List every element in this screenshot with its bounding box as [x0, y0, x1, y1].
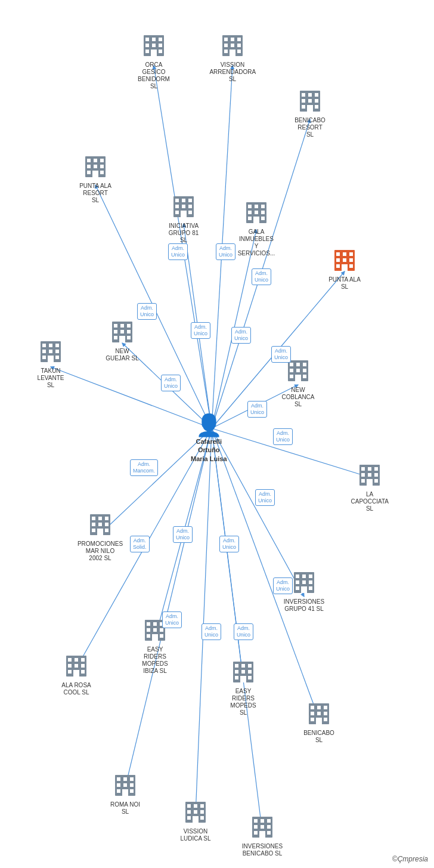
svg-rect-205: [324, 718, 327, 721]
svg-rect-150: [105, 529, 108, 532]
svg-rect-132: [368, 467, 371, 471]
svg-rect-213: [130, 783, 134, 787]
svg-rect-111: [55, 344, 59, 347]
person-icon: 👤: [196, 415, 222, 436]
svg-rect-170: [147, 634, 150, 638]
svg-rect-22: [152, 38, 156, 41]
svg-rect-90: [336, 258, 340, 262]
svg-rect-164: [147, 622, 150, 626]
svg-rect-206: [316, 718, 322, 724]
svg-rect-203: [311, 718, 314, 721]
svg-rect-209: [123, 777, 127, 781]
svg-rect-82: [248, 217, 252, 220]
svg-rect-234: [261, 825, 264, 829]
svg-rect-65: [175, 199, 179, 202]
building-icon-new_guejar: [111, 319, 133, 347]
svg-rect-197: [311, 706, 314, 709]
company-label-easy_riders: EASY RIDERS MOPEDS SL: [227, 688, 260, 716]
svg-rect-202: [324, 712, 327, 715]
svg-rect-161: [309, 586, 312, 590]
svg-rect-112: [42, 350, 46, 353]
role-badge-15: Adm. Unico: [273, 577, 293, 594]
company-label-new_coblanca: NEW COBLANCA SL: [281, 387, 315, 408]
building-icon-punta_ala_resort: [85, 154, 106, 181]
svg-rect-153: [296, 574, 299, 578]
svg-rect-162: [301, 586, 307, 593]
svg-rect-154: [302, 574, 306, 578]
svg-rect-71: [175, 211, 179, 214]
svg-rect-79: [248, 211, 252, 214]
svg-rect-145: [92, 523, 95, 526]
svg-rect-35: [224, 44, 228, 47]
svg-rect-142: [92, 517, 95, 520]
company-label-inversiones_41: INVERSIONES GRUPO 41 SL: [284, 598, 324, 613]
svg-rect-184: [240, 676, 246, 682]
svg-rect-187: [75, 658, 78, 662]
svg-rect-220: [194, 804, 197, 808]
svg-rect-85: [253, 217, 259, 223]
svg-line-14: [212, 428, 243, 680]
svg-rect-179: [241, 670, 245, 674]
building-icon-orca: [143, 33, 165, 60]
svg-rect-62: [100, 171, 104, 174]
svg-rect-106: [127, 336, 131, 339]
svg-rect-216: [130, 789, 134, 793]
svg-rect-84: [261, 217, 265, 220]
company-label-benicabo_sl: BENICABO SL: [302, 730, 336, 744]
svg-rect-192: [68, 670, 72, 674]
svg-rect-95: [349, 264, 353, 268]
svg-rect-68: [175, 205, 179, 208]
svg-rect-73: [188, 211, 192, 214]
company-label-inversiones_benicabo: INVERSIONES BENICABO SL: [242, 843, 283, 857]
svg-rect-115: [42, 356, 46, 359]
company-label-iniciativa: INICIATIVA GRUPO 81 SL: [167, 223, 200, 244]
company-label-vission_arr: VISSION ARRENDADORA SL: [209, 61, 255, 83]
svg-rect-134: [361, 473, 365, 477]
svg-rect-178: [235, 670, 238, 674]
svg-rect-176: [241, 664, 245, 668]
svg-line-8: [51, 367, 212, 428]
svg-rect-45: [315, 93, 318, 97]
company-node-ala_rosa: ALA ROSA COOL SL: [60, 653, 93, 696]
svg-rect-148: [92, 529, 95, 532]
role-badge-16: Adm. Unico: [162, 611, 182, 628]
svg-rect-89: [349, 252, 353, 256]
svg-rect-238: [267, 831, 271, 835]
svg-rect-26: [159, 44, 162, 47]
svg-rect-137: [361, 479, 365, 483]
svg-rect-67: [188, 199, 192, 202]
svg-rect-227: [200, 816, 204, 820]
role-badge-17: Adm. Unico: [202, 623, 221, 640]
svg-rect-48: [315, 99, 318, 103]
svg-rect-169: [160, 628, 163, 632]
svg-rect-70: [188, 205, 192, 208]
building-icon-promociones: [89, 512, 111, 539]
company-node-benicabo_resort: BENICABO RESORT SL: [293, 88, 327, 138]
svg-rect-40: [237, 50, 241, 53]
company-node-promociones: PROMOCIONES MAR NILO 2002 SL: [83, 512, 117, 562]
svg-rect-143: [98, 517, 102, 520]
building-icon-new_coblanca: [287, 358, 309, 385]
building-icon-gala: [246, 200, 267, 227]
building-icon-ala_rosa: [66, 653, 87, 681]
svg-rect-140: [367, 479, 373, 486]
svg-rect-59: [100, 165, 104, 168]
svg-rect-232: [267, 819, 271, 823]
svg-rect-104: [114, 336, 117, 339]
company-label-punta_ala_sl: PUNTA ALA SL: [328, 276, 361, 291]
company-label-benicabo_resort: BENICABO RESORT SL: [293, 117, 327, 138]
svg-rect-118: [48, 356, 54, 362]
svg-rect-223: [194, 810, 197, 814]
svg-rect-25: [152, 44, 156, 47]
svg-rect-188: [81, 658, 85, 662]
svg-rect-233: [254, 825, 258, 829]
role-badge-4: Adm. Unico: [191, 322, 210, 339]
svg-rect-190: [75, 664, 78, 668]
company-label-promociones: PROMOCIONES MAR NILO 2002 SL: [78, 540, 123, 562]
svg-rect-24: [145, 44, 149, 47]
svg-rect-93: [336, 264, 340, 268]
svg-rect-186: [68, 658, 72, 662]
svg-rect-81: [261, 211, 265, 214]
svg-rect-99: [120, 324, 124, 328]
svg-rect-55: [94, 159, 97, 162]
